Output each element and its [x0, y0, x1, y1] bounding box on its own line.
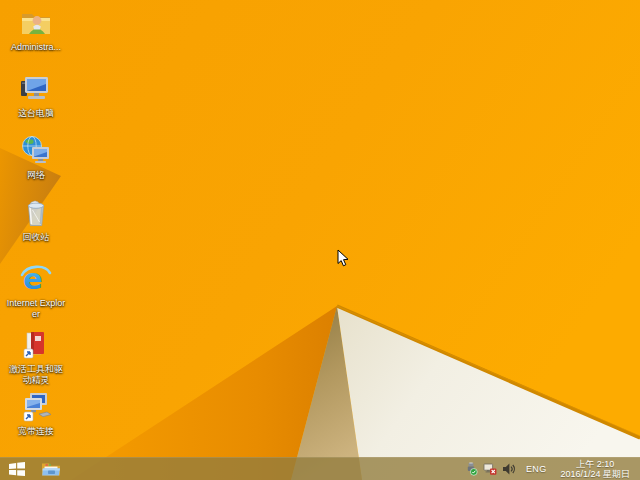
system-tray: ENG 上午 2:10 2016/1/24 星期日: [464, 458, 640, 480]
desktop-icon-label: Internet Explorer: [5, 298, 67, 320]
taskbar: ENG 上午 2:10 2016/1/24 星期日: [0, 457, 640, 480]
desktop-icon-network[interactable]: 网络: [2, 134, 70, 181]
desktop-icon-label: Administra...: [11, 42, 61, 53]
desktop-icon-broadband[interactable]: 宽带连接: [2, 390, 70, 437]
mouse-cursor: [337, 249, 349, 267]
wallpaper: [0, 0, 640, 480]
taskbar-clock[interactable]: 上午 2:10 2016/1/24 星期日: [556, 459, 634, 479]
desktop-icon-label: 激活工具和驱动精灵: [5, 364, 67, 386]
desktop-icon-label: 这台电脑: [18, 108, 54, 119]
desktop-icon-this-pc[interactable]: 这台电脑: [2, 72, 70, 119]
volume-icon[interactable]: [502, 462, 516, 476]
language-indicator[interactable]: ENG: [521, 464, 551, 474]
file-explorer-button[interactable]: [34, 458, 68, 480]
desktop-icon-administrator[interactable]: Administra...: [2, 6, 70, 53]
recycle-bin-icon: [19, 196, 53, 230]
desktop-icon-label: 宽带连接: [18, 426, 54, 437]
desktop-icon-activation-tools[interactable]: 激活工具和驱动精灵: [2, 328, 70, 386]
windows-logo-icon: [9, 462, 25, 476]
desktop-icon-label: 回收站: [23, 232, 50, 243]
start-button[interactable]: [0, 458, 34, 480]
activation-tools-icon: [19, 328, 53, 362]
desktop-icon-label: 网络: [27, 170, 45, 181]
safely-remove-hardware-icon[interactable]: [464, 462, 478, 476]
desktop-icon-internet-explorer[interactable]: e Internet Explorer: [2, 262, 70, 320]
file-explorer-icon: [41, 461, 61, 477]
internet-explorer-icon: e: [19, 262, 53, 296]
broadband-connection-icon: [19, 390, 53, 424]
clock-time: 上午 2:10: [576, 459, 614, 469]
user-folder-icon: [19, 6, 53, 40]
clock-date: 2016/1/24 星期日: [560, 469, 630, 479]
network-icon: [19, 134, 53, 168]
this-pc-icon: [19, 72, 53, 106]
network-disconnected-icon[interactable]: [483, 462, 497, 476]
desktop-icon-recycle-bin[interactable]: 回收站: [2, 196, 70, 243]
